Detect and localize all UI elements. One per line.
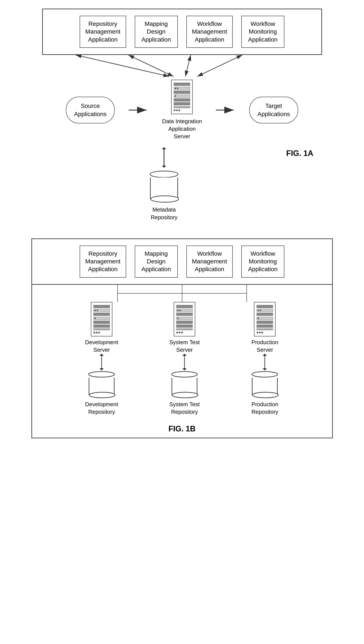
app-box-workflow-mgmt-b: Workflow Management Application (186, 246, 233, 278)
prod-repo-bottom (252, 392, 280, 398)
app-box-mapping-design-a: Mapping Design Application (135, 16, 178, 48)
dev-repo-bottom (88, 392, 116, 398)
diagram-a: Repository Management Application Mappin… (32, 9, 333, 221)
fig-a-metadata-row: Metadata Repository FIG. 1A (42, 147, 322, 221)
source-applications-oval: Source Applications (66, 97, 115, 123)
systest-repo-bottom (171, 392, 199, 398)
dev-server-label: Development Server (85, 339, 118, 354)
systest-server-tower (174, 302, 195, 336)
svg-line-2 (185, 55, 191, 77)
svg-point-10 (151, 196, 179, 202)
prod-server-label: Production Server (252, 339, 278, 354)
svg-point-21 (89, 372, 114, 377)
arrow-prod-server-to-repo (258, 354, 271, 371)
app-box-repo-mgmt-a: Repository Management Application (80, 16, 126, 48)
app-box-mapping-design-b: Mapping Design Application (135, 246, 178, 278)
arrow-dev-server-to-repo (95, 354, 108, 371)
fig-a-label-container: FIG. 1A (286, 147, 313, 158)
prod-server-col: Production Server (251, 302, 279, 416)
prod-repo: Production Repository (251, 371, 279, 416)
app-box-workflow-mon-b: Workflow Monitoring Application (241, 246, 284, 278)
cylinder-bottom-ellipse (150, 195, 180, 203)
svg-marker-30 (262, 368, 267, 370)
dev-repo-label: Development Repository (85, 401, 118, 416)
svg-line-1 (128, 55, 174, 77)
middle-row-a: Source Applications (42, 80, 322, 140)
apps-outer-box-a: Repository Management Application Mappin… (42, 9, 322, 55)
metadata-section: Metadata Repository (42, 147, 286, 221)
server-tower-icon (171, 80, 193, 114)
arrow-server-to-target (215, 105, 236, 116)
arrow-source-to-server (128, 105, 149, 116)
app-box-workflow-mgmt-a: Workflow Management Application (186, 16, 233, 48)
servers-section-b: Development Server (32, 285, 332, 424)
diagonal-arrows-row (42, 54, 322, 80)
svg-marker-7 (162, 147, 166, 149)
arrow-systest-server-to-repo (178, 354, 191, 371)
svg-marker-25 (182, 368, 187, 370)
systest-repo-label: System Test Repository (170, 401, 200, 416)
svg-point-32 (252, 392, 278, 398)
svg-marker-20 (100, 368, 104, 370)
svg-point-26 (172, 372, 198, 377)
svg-point-22 (89, 392, 115, 398)
prod-repo-top (251, 371, 279, 378)
fig-a-label: FIG. 1A (286, 149, 313, 158)
arrow-server-to-metadata (158, 147, 170, 168)
dev-repo: Development Repository (85, 371, 118, 416)
svg-marker-24 (182, 354, 187, 356)
fig-b-label-container: FIG. 1B (32, 424, 332, 438)
svg-point-27 (172, 392, 198, 398)
systest-repo-top (170, 371, 198, 378)
dev-server-tower (91, 302, 112, 336)
app-box-workflow-mon-a: Workflow Monitoring Application (241, 16, 284, 48)
svg-marker-19 (100, 354, 104, 356)
svg-marker-29 (262, 354, 267, 356)
svg-line-0 (76, 55, 169, 77)
systest-repo: System Test Repository (170, 371, 200, 416)
target-applications-oval: Target Applications (249, 97, 298, 123)
svg-marker-8 (162, 166, 166, 168)
data-integration-server: Data Integration Application Server (162, 80, 202, 140)
metadata-repository: Metadata Repository (149, 170, 179, 221)
prod-server-tower (254, 302, 276, 336)
svg-point-31 (252, 372, 278, 377)
dev-server-col: Development Server (85, 302, 118, 416)
systest-server-label: System Test Server (170, 339, 200, 354)
app-box-repo-mgmt-b: Repository Management Application (80, 246, 126, 278)
cylinder-top-ellipse (149, 170, 179, 178)
svg-line-3 (197, 55, 242, 77)
diagram-b: Repository Management Application Mappin… (32, 238, 333, 438)
prod-repo-label: Production Repository (252, 401, 278, 416)
apps-outer-box-b: Repository Management Application Mappin… (32, 239, 332, 285)
server-label-a: Data Integration Application Server (162, 118, 202, 140)
metadata-label: Metadata Repository (151, 206, 177, 221)
three-servers-row: Development Server (85, 302, 279, 416)
connection-lines-svg (85, 285, 279, 302)
dev-repo-top (88, 371, 116, 378)
fig-b-label: FIG. 1B (168, 424, 196, 433)
svg-point-9 (150, 171, 178, 178)
sysTest-server-col: System Test Server (170, 302, 200, 416)
arrows-svg-a (42, 53, 322, 81)
